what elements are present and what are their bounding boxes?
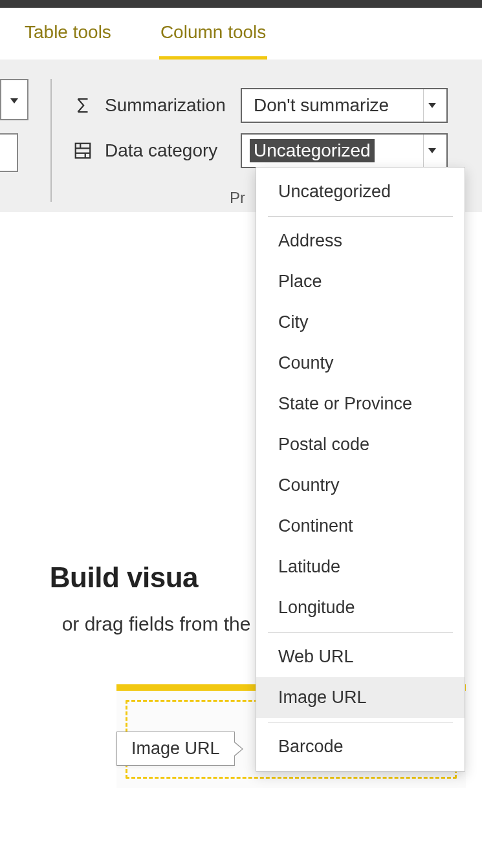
dropdown-item-barcode[interactable]: Barcode: [256, 726, 465, 767]
data-category-dropdown[interactable]: UncategorizedAddressPlaceCityCountyState…: [256, 167, 465, 772]
ribbon-separator: [50, 79, 52, 202]
dropdown-item-place[interactable]: Place: [256, 261, 465, 302]
svg-rect-0: [76, 144, 91, 158]
dropdown-item-postal-code[interactable]: Postal code: [256, 424, 465, 465]
dropdown-separator: [268, 632, 453, 633]
dropdown-separator: [268, 216, 453, 217]
dropdown-item-city[interactable]: City: [256, 302, 465, 343]
dropdown-item-image-url[interactable]: Image URL: [256, 677, 465, 718]
data-category-value: Uncategorized: [250, 139, 375, 162]
summarization-label: Summarization: [105, 95, 241, 116]
dropdown-item-state-or-province[interactable]: State or Province: [256, 384, 465, 424]
sigma-icon: [70, 92, 96, 118]
dropdown-item-uncategorized[interactable]: Uncategorized: [256, 171, 465, 212]
dropdown-item-longitude[interactable]: Longitude: [256, 587, 465, 628]
dropdown-item-county[interactable]: County: [256, 343, 465, 384]
button-fragment[interactable]: [0, 133, 18, 172]
dropdown-item-web-url[interactable]: Web URL: [256, 636, 465, 677]
tab-table-tools[interactable]: Table tools: [0, 8, 136, 60]
data-category-combobox[interactable]: Uncategorized: [241, 133, 448, 168]
chevron-down-icon: [423, 135, 440, 167]
summarization-row: Summarization Don't summarize: [70, 83, 448, 128]
chevron-down-icon: [423, 89, 440, 122]
drag-tooltip: Image URL: [116, 732, 235, 766]
dropdown-fragment[interactable]: [0, 79, 28, 120]
dropdown-item-address[interactable]: Address: [256, 221, 465, 261]
dropdown-item-country[interactable]: Country: [256, 465, 465, 506]
category-icon: [70, 138, 96, 164]
canvas-sub-left: or drag fields from the: [62, 613, 251, 635]
ribbon-group-label-fragment: Pr: [230, 189, 245, 207]
dropdown-item-continent[interactable]: Continent: [256, 506, 465, 547]
window-titlebar: [0, 0, 482, 8]
chevron-down-icon: [10, 93, 18, 107]
dropdown-separator: [268, 722, 453, 722]
data-category-label: Data category: [105, 140, 241, 161]
ribbon-left-fragment: [0, 79, 32, 212]
tab-column-tools[interactable]: Column tools: [136, 8, 290, 60]
canvas-title-left: Build visua: [50, 561, 198, 593]
summarization-value: Don't summarize: [250, 94, 393, 117]
dropdown-item-latitude[interactable]: Latitude: [256, 547, 465, 587]
ribbon-tabs: Table tools Column tools: [0, 8, 482, 60]
summarization-combobox[interactable]: Don't summarize: [241, 88, 448, 123]
